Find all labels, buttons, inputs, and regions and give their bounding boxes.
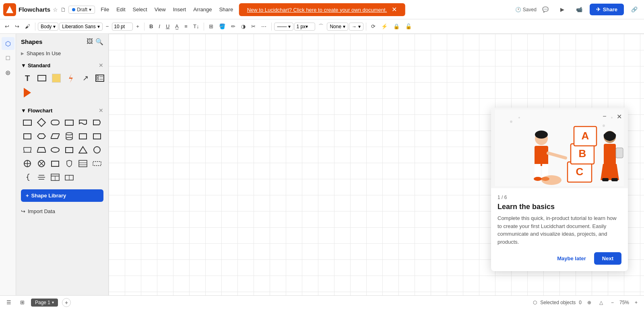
- fc-brace[interactable]: [21, 171, 34, 184]
- italic-button[interactable]: I: [156, 22, 163, 31]
- star-icon[interactable]: ☆: [53, 6, 58, 13]
- share-button[interactable]: ✈ Share: [590, 4, 624, 15]
- bold-button[interactable]: B: [147, 22, 155, 31]
- arrow-select[interactable]: → ▾: [349, 23, 363, 31]
- standard-rect-shape[interactable]: [35, 72, 48, 85]
- fc-table1[interactable]: [49, 171, 62, 184]
- standard-arrow-shape[interactable]: ↗: [79, 72, 92, 85]
- fc-trapezoid[interactable]: [35, 143, 48, 156]
- shadow-button[interactable]: ◑: [239, 22, 248, 31]
- align-button[interactable]: ≡: [182, 22, 190, 31]
- undo-button[interactable]: ↩: [2, 22, 12, 31]
- maybe-later-button[interactable]: Maybe later: [553, 253, 590, 264]
- standard-text-shape[interactable]: T: [21, 72, 34, 85]
- fc-hexagon[interactable]: [35, 130, 48, 143]
- standard-process-shape[interactable]: [64, 72, 77, 85]
- import-data-button[interactable]: ↪ Import Data: [16, 205, 108, 218]
- add-page-button[interactable]: +: [62, 298, 71, 307]
- fc-rect5[interactable]: [63, 143, 76, 156]
- fc-x-circle[interactable]: [35, 157, 48, 170]
- chat-icon[interactable]: 💬: [539, 3, 552, 16]
- fill-button[interactable]: 🪣: [217, 22, 228, 31]
- image-search-icon[interactable]: 🖼: [87, 38, 93, 46]
- fc-document[interactable]: [76, 116, 89, 129]
- zoom-decrease-button[interactable]: −: [609, 299, 616, 306]
- fc-data[interactable]: [63, 116, 76, 129]
- doc-icon[interactable]: 🗋: [60, 6, 66, 13]
- list-view-button[interactable]: ☰: [4, 298, 14, 307]
- connection-select[interactable]: None ▾: [327, 23, 348, 31]
- fc-decision[interactable]: [35, 116, 48, 129]
- fc-ribbon[interactable]: [21, 143, 34, 156]
- nav-arrange[interactable]: Arrange: [190, 5, 215, 14]
- standard-close[interactable]: ✕: [99, 62, 103, 68]
- nav-edit[interactable]: Edit: [113, 5, 128, 14]
- video-icon[interactable]: 📹: [573, 3, 586, 16]
- page-1-tab[interactable]: Page 1 ▾: [31, 299, 58, 307]
- font-select[interactable]: Liberation Sans ▾: [59, 23, 102, 31]
- search-icon[interactable]: 🔍: [95, 38, 103, 46]
- zoom-increase-button[interactable]: +: [632, 299, 640, 306]
- tutorial-minimize-button[interactable]: −: [599, 111, 610, 122]
- line-size-display[interactable]: 1 px ▾: [294, 23, 315, 31]
- font-size-decrease[interactable]: −: [103, 22, 111, 31]
- nav-view[interactable]: View: [151, 5, 169, 14]
- fc-circle[interactable]: [91, 143, 103, 156]
- fc-process[interactable]: [21, 116, 34, 129]
- unlock-button[interactable]: 🔓: [403, 22, 414, 31]
- layers-button[interactable]: ⊕: [585, 299, 594, 306]
- more-button[interactable]: ⋯: [259, 22, 269, 31]
- nav-insert[interactable]: Insert: [170, 5, 190, 14]
- pages-panel-icon[interactable]: □: [2, 52, 14, 64]
- standard-checklist-shape[interactable]: [93, 72, 106, 85]
- standard-play-shape[interactable]: [21, 86, 34, 99]
- play-icon[interactable]: ▶: [556, 3, 569, 16]
- fc-terminal[interactable]: [49, 116, 62, 129]
- standard-chevron[interactable]: ▼: [21, 62, 26, 68]
- nav-share[interactable]: Share: [216, 5, 236, 14]
- flowchart-chevron[interactable]: ▼: [21, 108, 26, 114]
- fc-shield[interactable]: [63, 157, 76, 170]
- banner-link[interactable]: New to Lucidchart? Click here to create …: [247, 7, 387, 13]
- shapes-panel-icon[interactable]: ⬡: [2, 37, 14, 50]
- nav-file[interactable]: File: [97, 5, 112, 14]
- table-button[interactable]: ⊞: [206, 22, 216, 31]
- fc-notation[interactable]: [35, 171, 48, 184]
- fc-rect6[interactable]: [49, 157, 62, 170]
- flowchart-close[interactable]: ✕: [99, 107, 103, 114]
- lock-button[interactable]: 🔒: [391, 22, 402, 31]
- canvas-area[interactable]: − ✕ C B: [109, 34, 644, 295]
- format-painter-button[interactable]: 🖌: [23, 22, 33, 31]
- next-button[interactable]: Next: [594, 252, 621, 265]
- tutorial-close-button[interactable]: ✕: [613, 111, 625, 122]
- lightning-button[interactable]: ⚡: [379, 22, 390, 31]
- banner-close-button[interactable]: ✕: [392, 6, 397, 13]
- link-icon[interactable]: 🔗: [628, 3, 641, 16]
- fc-table2[interactable]: [63, 171, 76, 184]
- font-size-display[interactable]: 10 pt: [112, 23, 133, 31]
- shapes-button[interactable]: △: [597, 299, 605, 306]
- fc-rect4[interactable]: [91, 130, 103, 143]
- redo-button[interactable]: ↪: [12, 22, 22, 31]
- fc-rect2[interactable]: [21, 130, 34, 143]
- font-color-button[interactable]: A̲: [173, 22, 181, 31]
- text-format-button[interactable]: T↓: [191, 22, 201, 31]
- fc-delay[interactable]: [91, 116, 103, 129]
- fc-database[interactable]: [63, 130, 76, 143]
- refresh-button[interactable]: ⟳: [369, 22, 378, 31]
- fc-triangle[interactable]: [76, 143, 89, 156]
- grid-view-button[interactable]: ⊞: [18, 298, 27, 307]
- crop-button[interactable]: ✂: [249, 22, 258, 31]
- shapes-in-use-section[interactable]: ▶ Shapes In Use: [16, 48, 108, 59]
- fc-list[interactable]: [76, 157, 89, 170]
- standard-note-shape[interactable]: [50, 72, 63, 85]
- curve-button[interactable]: ⌒: [316, 22, 326, 31]
- underline-button[interactable]: U: [163, 22, 172, 31]
- fc-rect3[interactable]: [76, 130, 89, 143]
- layers-panel-icon[interactable]: ⊛: [2, 66, 14, 79]
- nav-select[interactable]: Select: [130, 5, 151, 14]
- line-color-button[interactable]: ✏: [229, 22, 238, 31]
- shape-library-button[interactable]: + Shape Library: [21, 189, 103, 202]
- fc-dash-line[interactable]: [91, 157, 103, 170]
- fc-parallelogram[interactable]: [49, 130, 62, 143]
